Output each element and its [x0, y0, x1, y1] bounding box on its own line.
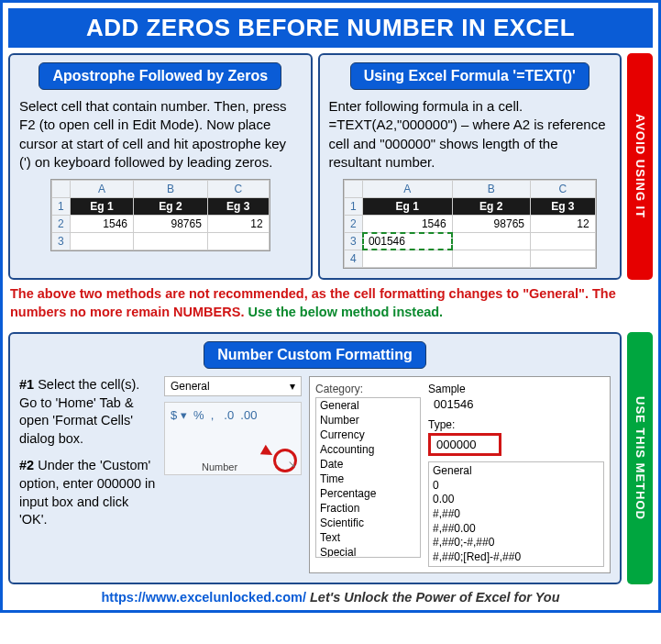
type-label: Type: — [428, 418, 604, 431]
cat-special[interactable]: Special — [316, 545, 420, 558]
cell-b2: 98765 — [134, 216, 208, 233]
footer-tagline: Let's Unlock the Power of Excel for You — [306, 590, 560, 605]
method3-heading: Number Custom Formatting — [204, 341, 425, 369]
method2-heading: Using Excel Formula '=TEXT()' — [350, 62, 589, 90]
fmt-4[interactable]: #,##0.00 — [433, 522, 600, 537]
cat-text[interactable]: Text — [316, 530, 420, 545]
col-b: B — [452, 181, 530, 198]
hdr-a: Eg 1 — [70, 198, 133, 216]
format-dropdown[interactable]: General ▾ — [164, 376, 302, 396]
col-c: C — [207, 181, 269, 198]
category-listbox[interactable]: General Number Currency Accounting Date … — [315, 397, 421, 558]
method3-steps: #1 Select the cell(s). Go to 'Home' Tab … — [19, 376, 157, 573]
dialog-launcher-icon[interactable]: ↘ — [288, 459, 295, 469]
row-3: 3 — [51, 233, 70, 250]
method1-table: A B C 1 Eg 1 Eg 2 Eg 3 2 1546 98765 12 3 — [50, 179, 270, 251]
footer: https://www.excelunlocked.com/ Let's Unl… — [8, 584, 653, 605]
step2: #2 Under the 'Custom' option, enter 0000… — [19, 457, 157, 528]
cat-number[interactable]: Number — [316, 413, 420, 427]
row-3: 3 — [344, 233, 362, 250]
cat-accounting[interactable]: Accounting — [316, 442, 420, 457]
fmt-0[interactable]: General — [433, 464, 600, 479]
cell-c2: 12 — [530, 216, 595, 233]
ribbon-icons: $ ▾ % , .0 .00 — [171, 408, 295, 422]
method2-panel: Using Excel Formula '=TEXT()' Enter foll… — [318, 53, 622, 280]
col-a: A — [362, 181, 452, 198]
chevron-down-icon: ▾ — [290, 380, 295, 393]
format-list[interactable]: General 0 0.00 #,##0 #,##0.00 #,##0;-#,#… — [428, 461, 604, 567]
cell-b2: 98765 — [452, 216, 530, 233]
type-input[interactable]: 000000 — [428, 433, 501, 456]
method2-table: A B C 1 Eg 1 Eg 2 Eg 3 2 1546 98765 12 3 — [343, 179, 597, 269]
cell-c2: 12 — [207, 216, 269, 233]
fmt-2[interactable]: 0.00 — [433, 493, 600, 507]
cat-general[interactable]: General — [316, 398, 420, 413]
hdr-b: Eg 2 — [134, 198, 208, 216]
method3-panel: Number Custom Formatting #1 Select the c… — [8, 332, 622, 584]
cell-a2: 1546 — [362, 216, 452, 233]
row-4: 4 — [344, 250, 362, 268]
corner-cell — [51, 181, 70, 198]
dropdown-value: General — [171, 380, 210, 393]
method1-heading: Apostrophe Followed by Zeros — [39, 62, 281, 90]
hdr-b: Eg 2 — [452, 198, 530, 216]
col-c: C — [530, 181, 595, 198]
footer-link[interactable]: https://www.excelunlocked.com/ — [101, 590, 305, 605]
warning-green: Use the below method instead. — [244, 305, 443, 319]
number-label: Number — [202, 461, 237, 472]
method1-panel: Apostrophe Followed by Zeros Select cell… — [8, 53, 313, 280]
warning-text: The above two methods are not recommende… — [8, 280, 653, 327]
page-title: ADD ZEROS BEFORE NUMBER IN EXCEL — [8, 8, 653, 48]
corner-cell — [344, 181, 362, 198]
cat-currency[interactable]: Currency — [316, 427, 420, 442]
row-2: 2 — [51, 216, 70, 233]
row-2: 2 — [344, 216, 362, 233]
method1-text: Select cell that contain number. Then, p… — [19, 97, 302, 172]
fmt-3[interactable]: #,##0 — [433, 507, 600, 522]
cat-time[interactable]: Time — [316, 472, 420, 486]
hdr-c: Eg 3 — [530, 198, 595, 216]
row-1: 1 — [51, 198, 70, 216]
col-b: B — [134, 181, 208, 198]
number-ribbon: $ ▾ % , .0 .00 Number ↘ — [164, 402, 302, 475]
fmt-6[interactable]: #,##0;[Red]-#,##0 — [433, 550, 600, 565]
sample-value: 001546 — [428, 397, 604, 411]
hdr-c: Eg 3 — [207, 198, 269, 216]
step1: #1 Select the cell(s). Go to 'Home' Tab … — [19, 376, 157, 448]
fmt-1[interactable]: 0 — [433, 479, 600, 494]
hdr-a: Eg 1 — [362, 198, 452, 216]
col-a: A — [70, 181, 133, 198]
avoid-tag: AVOID USING IT — [627, 53, 653, 280]
cat-percentage[interactable]: Percentage — [316, 486, 420, 501]
row-1: 1 — [344, 198, 362, 216]
cell-a2: 1546 — [70, 216, 133, 233]
use-tag: USE THIS METHOD — [627, 332, 653, 584]
cat-scientific[interactable]: Scientific — [316, 516, 420, 530]
cell-a3-selected: 001546 — [362, 233, 452, 250]
format-cells-dialog: Category: General Number Currency Accoun… — [309, 376, 611, 573]
fmt-5[interactable]: #,##0;-#,##0 — [433, 536, 600, 550]
cat-fraction[interactable]: Fraction — [316, 501, 420, 516]
cat-date[interactable]: Date — [316, 457, 420, 472]
sample-label: Sample — [428, 383, 604, 395]
method2-text: Enter following formula in a cell. =TEXT… — [329, 97, 611, 172]
category-label: Category: — [315, 383, 421, 395]
